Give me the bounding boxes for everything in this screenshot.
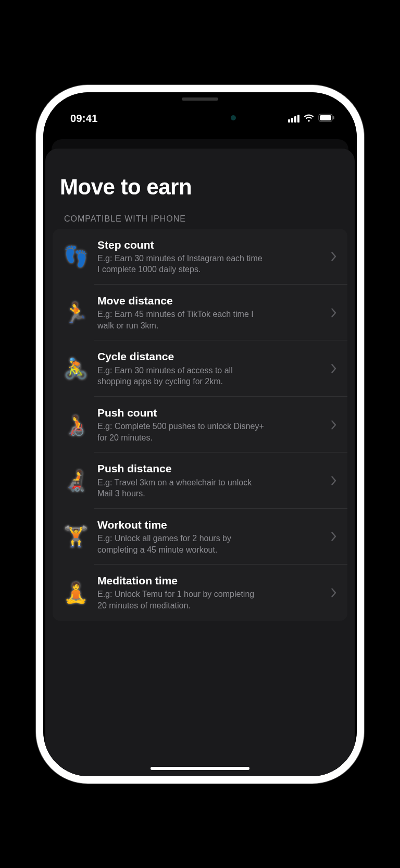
list-item-push-count[interactable]: 🧑‍🦽 Push count E.g: Complete 500 pushes …: [53, 397, 347, 453]
item-title: Push distance: [97, 462, 322, 475]
status-time: 09:41: [70, 113, 98, 125]
front-camera-dot: [231, 115, 236, 120]
svg-rect-2: [333, 116, 334, 119]
phone-frame: 09:41: [36, 85, 364, 784]
item-subtitle: E.g: Complete 500 pushes to unlock Disne…: [97, 421, 264, 443]
dynamic-island: [156, 107, 244, 129]
wheelchair-icon: 🧑‍🦽: [62, 411, 89, 438]
status-icons: [288, 114, 335, 124]
item-subtitle: E.g: Unlock Temu for 1 hour by completin…: [97, 589, 264, 611]
item-title: Workout time: [97, 518, 322, 532]
item-title: Step count: [97, 238, 322, 252]
item-subtitle: E.g: Earn 30 minutes of Instagram each t…: [97, 253, 264, 275]
item-subtitle: E.g: Unlock all games for 2 hours by com…: [97, 533, 264, 555]
phone-speaker: [182, 97, 218, 101]
item-text-block: Meditation time E.g: Unlock Temu for 1 h…: [89, 574, 328, 611]
cellular-signal-icon: [288, 115, 299, 123]
item-text-block: Workout time E.g: Unlock all games for 2…: [89, 518, 328, 555]
list-item-workout-time[interactable]: 🏋️ Workout time E.g: Unlock all games fo…: [53, 509, 347, 565]
item-text-block: Step count E.g: Earn 30 minutes of Insta…: [89, 238, 328, 275]
item-title: Cycle distance: [97, 350, 322, 363]
list-item-meditation-time[interactable]: 🧘 Meditation time E.g: Unlock Temu for 1…: [53, 565, 347, 620]
weightlifter-icon: 🏋️: [62, 523, 89, 550]
goal-type-list: 👣 Step count E.g: Earn 30 minutes of Ins…: [53, 229, 347, 621]
list-item-step-count[interactable]: 👣 Step count E.g: Earn 30 minutes of Ins…: [53, 229, 347, 285]
chevron-right-icon: [328, 476, 340, 485]
chevron-right-icon: [328, 308, 340, 317]
phone-screen: 09:41: [43, 92, 357, 776]
chevron-right-icon: [328, 588, 340, 597]
home-indicator[interactable]: [151, 767, 249, 770]
cyclist-icon: 🚴: [62, 355, 89, 382]
item-subtitle: E.g: Earn 30 minutes of access to all sh…: [97, 365, 264, 387]
item-title: Meditation time: [97, 574, 322, 588]
chevron-right-icon: [328, 532, 340, 541]
app-sheet: Move to earn COMPATIBLE WITH IPHONE 👣 St…: [45, 149, 355, 776]
item-text-block: Cycle distance E.g: Earn 30 minutes of a…: [89, 350, 328, 387]
item-subtitle: E.g: Earn 45 minutes of TikTok each time…: [97, 309, 264, 331]
item-text-block: Move distance E.g: Earn 45 minutes of Ti…: [89, 294, 328, 331]
item-text-block: Push distance E.g: Travel 3km on a wheel…: [89, 462, 328, 499]
chevron-right-icon: [328, 252, 340, 261]
meditation-icon: 🧘: [62, 579, 89, 606]
svg-rect-1: [320, 115, 331, 120]
section-header: COMPATIBLE WITH IPHONE: [45, 214, 355, 229]
item-subtitle: E.g: Travel 3km on a wheelchair to unloc…: [97, 477, 264, 499]
page-title: Move to earn: [45, 175, 355, 214]
footprints-icon: 👣: [62, 243, 89, 270]
list-item-cycle-distance[interactable]: 🚴 Cycle distance E.g: Earn 30 minutes of…: [53, 340, 347, 396]
runner-icon: 🏃: [62, 299, 89, 326]
item-title: Move distance: [97, 294, 322, 308]
list-item-move-distance[interactable]: 🏃 Move distance E.g: Earn 45 minutes of …: [53, 285, 347, 340]
list-item-push-distance[interactable]: 🧑‍🦼 Push distance E.g: Travel 3km on a w…: [53, 453, 347, 508]
chevron-right-icon: [328, 420, 340, 430]
item-title: Push count: [97, 406, 322, 420]
battery-icon: [318, 114, 335, 124]
item-text-block: Push count E.g: Complete 500 pushes to u…: [89, 406, 328, 443]
motorized-wheelchair-icon: 🧑‍🦼: [62, 467, 89, 494]
wifi-icon: [303, 114, 315, 124]
chevron-right-icon: [328, 364, 340, 373]
